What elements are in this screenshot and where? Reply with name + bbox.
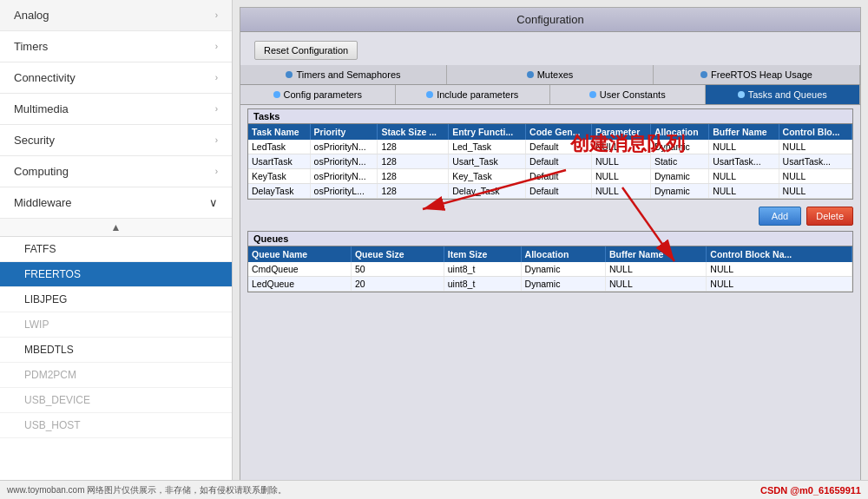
table-cell: NULL: [709, 169, 779, 184]
tab-label: Config parameters: [284, 89, 363, 100]
col-item-size: Item Size: [444, 246, 521, 262]
table-cell: Dynamic: [521, 277, 605, 292]
sidebar-subitem-freertos[interactable]: FREERTOS: [0, 262, 232, 287]
queues-section-label: Queues: [253, 233, 288, 244]
tab-dot-icon: [589, 91, 596, 98]
sidebar-item-label: Security: [14, 134, 55, 147]
tasks-table: Task Name Priority Stack Size ... Entry …: [248, 124, 852, 199]
col-code-gen: Code Gen...: [526, 124, 592, 140]
chevron-right-icon: ›: [215, 135, 218, 145]
sidebar-subitem-label: LWIP: [24, 318, 49, 331]
table-row[interactable]: UsartTaskosPriorityN...128Usart_TaskDefa…: [248, 154, 852, 169]
tab-dot-icon: [273, 91, 280, 98]
tasks-section: Tasks Task Name Priority Stack Size ... …: [240, 105, 860, 203]
tabs-row2: Config parameters Include parameters Use…: [240, 85, 860, 105]
sidebar-subitem-fatfs[interactable]: FATFS: [0, 237, 232, 262]
sidebar-subitem-pdm2pcm: PDM2PCM: [0, 363, 232, 388]
sidebar-subitem-mbedtls[interactable]: MBEDTLS: [0, 338, 232, 363]
table-cell: Default: [526, 140, 592, 154]
table-row[interactable]: CmdQueue50uint8_tDynamicNULLNULL: [248, 262, 852, 277]
csdn-badge: CSDN @m0_61659911: [760, 485, 861, 496]
tab-timers-semaphores[interactable]: Timers and Semaphores: [240, 65, 447, 84]
sidebar-subitem-label: MBEDTLS: [24, 344, 74, 356]
btn-row: Add Delete: [240, 203, 860, 229]
col-priority: Priority: [310, 124, 378, 140]
table-cell: osPriorityL...: [310, 184, 378, 199]
table-cell: Dynamic: [650, 169, 708, 184]
table-cell: NULL: [591, 140, 650, 154]
tab-include-params[interactable]: Include parameters: [396, 85, 551, 104]
table-cell: NULL: [591, 154, 650, 169]
sidebar-subitem-label: LIBJPEG: [24, 293, 67, 305]
tab-config-params[interactable]: Config parameters: [240, 85, 396, 104]
table-row[interactable]: LedQueue20uint8_tDynamicNULLNULL: [248, 277, 852, 292]
table-cell: LedTask: [248, 140, 310, 154]
table-cell: Default: [526, 184, 592, 199]
add-button[interactable]: Add: [759, 207, 802, 226]
tab-dot-icon: [738, 91, 745, 98]
table-cell: NULL: [709, 140, 779, 154]
tab-tasks-queues[interactable]: Tasks and Queues: [706, 85, 861, 104]
col-entry-func: Entry Functi...: [449, 124, 526, 140]
table-cell: Dynamic: [521, 262, 605, 277]
sidebar-subitem-label: USB_HOST: [24, 419, 81, 431]
col-control-block: Control Blo...: [779, 124, 852, 140]
table-cell: UsartTask...: [779, 154, 852, 169]
sidebar-item-middleware[interactable]: Middleware ∨: [0, 187, 232, 219]
col-buffer-name: Buffer Name: [605, 246, 706, 262]
tab-mutexes[interactable]: Mutexes: [447, 65, 654, 84]
tab-label: Timers and Semaphores: [296, 69, 400, 80]
queues-table: Queue Name Queue Size Item Size Allocati…: [248, 246, 852, 292]
table-cell: Delay_Task: [449, 184, 526, 199]
sidebar-item-label: Analog: [14, 9, 49, 22]
sidebar-item-label: Timers: [14, 40, 48, 53]
table-cell: osPriorityN...: [310, 140, 378, 154]
table-cell: UsartTask...: [709, 154, 779, 169]
table-cell: CmdQueue: [248, 262, 351, 277]
table-cell: KeyTask: [248, 169, 310, 184]
sidebar-item-security[interactable]: Security ›: [0, 125, 232, 156]
tab-freertos-heap[interactable]: FreeRTOS Heap Usage: [654, 65, 860, 84]
sidebar-item-analog[interactable]: Analog ›: [0, 0, 232, 31]
sidebar-subitem-label: USB_DEVICE: [24, 394, 90, 406]
chevron-right-icon: ›: [215, 167, 218, 176]
table-cell: NULL: [605, 277, 706, 292]
table-row[interactable]: DelayTaskosPriorityL...128Delay_TaskDefa…: [248, 184, 852, 199]
bottom-left-text: www.toymoban.com 网络图片仅供展示，非存储，如有侵权请联系删除。: [7, 484, 286, 496]
tab-dot-icon: [426, 91, 433, 98]
col-queue-size: Queue Size: [351, 246, 444, 262]
table-cell: Usart_Task: [449, 154, 526, 169]
table-cell: Default: [526, 154, 592, 169]
table-row[interactable]: KeyTaskosPriorityN...128Key_TaskDefaultN…: [248, 169, 852, 184]
table-cell: 50: [351, 262, 444, 277]
tab-dot-icon: [527, 71, 534, 78]
tab-label: Tasks and Queues: [748, 89, 827, 100]
chevron-right-icon: ›: [215, 42, 218, 51]
delete-button[interactable]: Delete: [806, 207, 853, 226]
table-cell: 128: [378, 154, 449, 169]
sidebar-subitem-label: PDM2PCM: [24, 369, 76, 381]
tab-label: FreeRTOS Heap Usage: [711, 69, 812, 80]
col-buffer-name: Buffer Name: [709, 124, 779, 140]
tab-user-constants[interactable]: User Constants: [550, 85, 706, 104]
sidebar-item-multimedia[interactable]: Multimedia ›: [0, 94, 232, 125]
col-control-block-name: Control Block Na...: [707, 246, 852, 262]
col-stack-size: Stack Size ...: [378, 124, 449, 140]
reset-config-button[interactable]: Reset Configuration: [254, 41, 358, 60]
table-cell: NULL: [707, 277, 852, 292]
sidebar-subitem-libjpeg[interactable]: LIBJPEG: [0, 287, 232, 312]
chevron-right-icon: ›: [215, 104, 218, 114]
table-row[interactable]: LedTaskosPriorityN...128Led_TaskDefaultN…: [248, 140, 852, 154]
sidebar-item-connectivity[interactable]: Connectivity ›: [0, 62, 232, 94]
queues-section: Queues Queue Name Queue Size Item Size A…: [240, 229, 860, 296]
scroll-up-button[interactable]: ▲: [0, 219, 232, 237]
tab-dot-icon: [700, 71, 707, 78]
table-cell: osPriorityN...: [310, 169, 378, 184]
sidebar-subitem-lwip: LWIP: [0, 312, 232, 338]
sidebar-item-label: Connectivity: [14, 71, 76, 84]
sidebar-subitem-label: FATFS: [24, 243, 56, 255]
sidebar-item-timers[interactable]: Timers ›: [0, 31, 232, 62]
sidebar-item-computing[interactable]: Computing ›: [0, 156, 232, 187]
table-cell: 128: [378, 140, 449, 154]
sidebar: Analog › Timers › Connectivity › Multime…: [0, 0, 233, 499]
